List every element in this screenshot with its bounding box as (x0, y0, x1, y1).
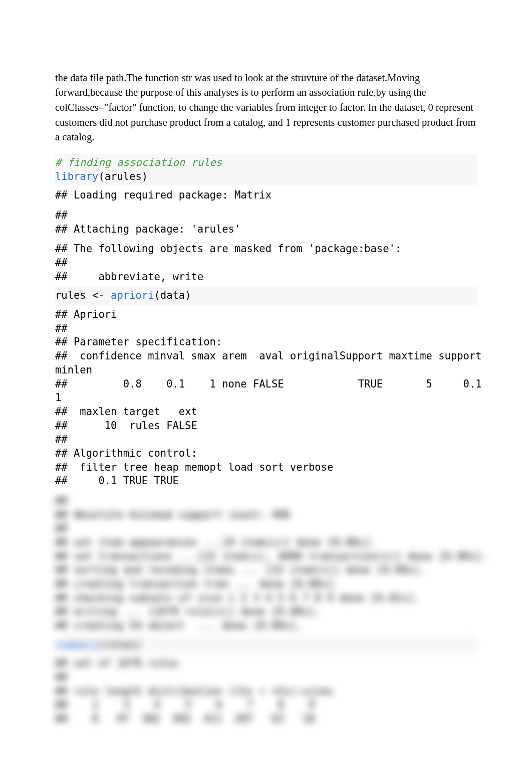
out-line: ## abbreviate, write (55, 271, 203, 283)
output-block-2: ## ## Attaching package: 'arules' (55, 206, 477, 239)
fn-summary: summary (55, 639, 98, 651)
out-line: ## sorting and recoding items ... [22 it… (55, 564, 426, 576)
out-line: ## checking subsets of size 1 2 3 4 5 6 … (55, 592, 420, 604)
output-block-1: ## Loading required package: Matrix (55, 185, 477, 206)
apriori-arg: (data) (154, 289, 191, 301)
out-line: ## 0.1 TRUE TRUE (55, 475, 191, 487)
code-comment: # finding association rules (55, 156, 222, 168)
out-line: ## (55, 257, 74, 269)
out-line: ## set item appearances ...[0 item(s)] d… (55, 536, 377, 548)
out-line: ## confidence minval smax arem aval orig… (55, 350, 482, 362)
out-line: ## 2 3 4 5 6 7 8 9 (55, 699, 321, 711)
fn-apriori: apriori (111, 289, 154, 301)
summary-arg: (rules) (98, 639, 141, 651)
lib-arg: (arules) (98, 170, 148, 182)
out-line: ## Loading required package: Matrix (55, 189, 272, 201)
out-line: ## Parameter specification: (55, 336, 222, 348)
out-line: ## (55, 433, 74, 445)
out-line: ## filter tree heap memopt load sort ver… (55, 461, 333, 473)
out-line: ## set of 1670 rules (55, 657, 179, 669)
out-line: ## writing ... [1670 rule(s)] done [0.00… (55, 606, 321, 618)
out-line: ## creating S4 object ... done [0.00s]. (55, 620, 303, 632)
out-line: minlen (55, 364, 92, 376)
out-line: ## creating transaction tree ... done [0… (55, 578, 340, 590)
out-line: ## (55, 522, 68, 534)
output-block-blurred-2: ## set of 1670 rules ## ## rule length d… (55, 654, 477, 729)
out-line: ## Absolute minimum support count: 400 (55, 509, 290, 521)
out-line: ## Apriori (55, 308, 117, 320)
code-block-blurred: summary(rules) (55, 636, 477, 654)
out-line: ## (55, 322, 74, 334)
out-line: ## 0.8 0.1 1 none FALSE TRUE 5 0.1 (55, 378, 482, 390)
output-block-4: ## Apriori ## ## Parameter specification… (55, 305, 477, 491)
out-line: ## 8 97 382 492 411 207 63 10 (55, 713, 321, 725)
out-line: ## (55, 209, 74, 221)
fn-library: library (55, 170, 98, 182)
out-line: ## rule length distribution (lhs + rhs):… (55, 685, 333, 697)
out-line: ## Algorithmic control: (55, 447, 197, 459)
out-line: 1 (55, 392, 61, 404)
intro-paragraph: the data file path.The function str was … (55, 71, 477, 145)
output-block-blurred: ## ## Absolute minimum support count: 40… (55, 491, 477, 636)
out-line: ## set transactions ...[22 item(s), 4000… (55, 550, 488, 562)
out-line: ## (55, 671, 68, 683)
out-line: ## 10 rules FALSE (55, 420, 197, 432)
output-block-3: ## The following objects are masked from… (55, 239, 477, 287)
code-prefix: rules <- (55, 289, 111, 301)
out-line: ## The following objects are masked from… (55, 243, 401, 255)
out-line: ## Attaching package: 'arules' (55, 223, 240, 235)
document-page: the data file path.The function str was … (0, 0, 532, 759)
code-block-1: # finding association rules library(arul… (55, 154, 477, 185)
code-block-2: rules <- apriori(data) (55, 287, 477, 305)
out-line: ## maxlen target ext (55, 406, 197, 418)
out-line: ## (55, 495, 68, 507)
